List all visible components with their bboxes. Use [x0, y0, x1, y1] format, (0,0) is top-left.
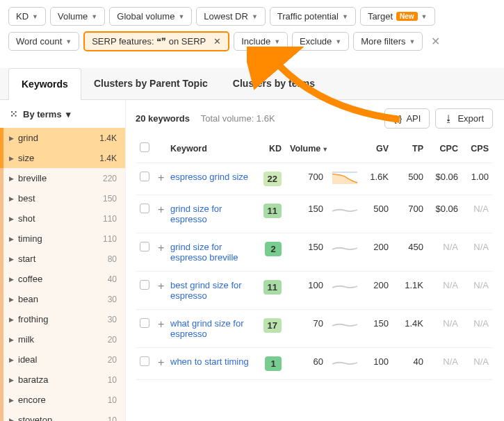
braces-icon: { } — [393, 113, 402, 124]
keyword-link[interactable]: grind size for espresso breville — [170, 242, 238, 263]
term-count: 30 — [108, 295, 117, 304]
export-label: Export — [457, 113, 484, 124]
term-baratza[interactable]: ▶baratza10 — [0, 370, 125, 390]
chevron-right-icon: ▶ — [9, 135, 14, 142]
tab-clusters-by-parent-topic[interactable]: Clusters by Parent Topic — [81, 68, 220, 99]
term-milk[interactable]: ▶milk20 — [0, 329, 125, 349]
cell-cps: N/A — [462, 310, 493, 348]
term-stovetop[interactable]: ▶stovetop10 — [0, 410, 125, 421]
expand-icon[interactable]: + — [158, 242, 164, 254]
term-encore[interactable]: ▶encore10 — [0, 390, 125, 410]
col-volume[interactable]: Volume▼ — [286, 135, 327, 163]
cell-gv: 1.6K — [358, 163, 393, 195]
term-name: timing — [18, 233, 103, 244]
term-grind[interactable]: ▶grind1.4K — [0, 128, 125, 148]
caret-down-icon: ▼ — [335, 38, 341, 45]
cell-gv: 200 — [358, 233, 393, 272]
clear-filters[interactable]: ✕ — [427, 35, 444, 48]
tab-keywords[interactable]: Keywords — [8, 68, 81, 100]
col-kd[interactable]: KD — [257, 135, 286, 163]
term-best[interactable]: ▶best150 — [0, 188, 125, 208]
term-bean[interactable]: ▶bean30 — [0, 289, 125, 309]
filter-word-count[interactable]: Word count▼ — [8, 32, 79, 51]
cell-cps: N/A — [462, 348, 493, 380]
row-checkbox[interactable] — [140, 242, 149, 251]
chevron-right-icon: ▶ — [9, 215, 14, 222]
term-timing[interactable]: ▶timing110 — [0, 229, 125, 249]
svg-rect-0 — [332, 172, 357, 173]
cell-cpc: $0.06 — [428, 163, 462, 195]
row-checkbox[interactable] — [140, 318, 149, 328]
sort-desc-icon: ▼ — [322, 146, 328, 153]
cell-cpc: N/A — [428, 272, 462, 310]
caret-down-icon: ▼ — [421, 13, 428, 20]
chevron-right-icon: ▶ — [9, 276, 14, 283]
cell-tp: 1.1K — [393, 272, 428, 310]
keyword-link[interactable]: when to start timing — [170, 356, 249, 367]
caret-down-icon: ▼ — [65, 38, 72, 45]
filter-more-filters[interactable]: More filters▼ — [353, 32, 423, 51]
term-name: ideal — [18, 354, 108, 365]
row-checkbox[interactable] — [140, 280, 149, 290]
select-all-checkbox[interactable] — [140, 142, 149, 152]
table-row: +espresso grind size227001.6K500$0.061.0… — [136, 163, 493, 195]
expand-icon[interactable]: + — [158, 356, 164, 368]
keyword-link[interactable]: best grind size for espresso — [170, 280, 242, 301]
expand-icon[interactable]: + — [158, 318, 164, 330]
by-terms-selector[interactable]: ⁙ By terms ▾ — [0, 100, 125, 128]
filter-traffic-potential[interactable]: Traffic potential▼ — [270, 7, 356, 26]
col-keyword[interactable]: Keyword — [166, 135, 257, 163]
col-cpc[interactable]: CPC — [428, 135, 462, 163]
export-button[interactable]: ⭳ Export — [435, 108, 493, 129]
caret-down-icon: ▼ — [252, 13, 258, 20]
term-frothing[interactable]: ▶frothing30 — [0, 309, 125, 329]
filter-volume[interactable]: Volume▼ — [50, 7, 105, 26]
filter-label: Lowest DR — [204, 11, 248, 22]
cell-cps: N/A — [462, 233, 493, 272]
chevron-right-icon: ▶ — [9, 155, 14, 162]
cell-spark — [327, 163, 358, 195]
term-name: size — [18, 153, 99, 163]
term-count: 10 — [108, 415, 117, 422]
row-checkbox[interactable] — [140, 172, 149, 181]
term-size[interactable]: ▶size1.4K — [0, 148, 125, 168]
col-tp[interactable]: TP — [393, 135, 428, 163]
keyword-link[interactable]: grind size for espresso — [170, 204, 222, 224]
row-checkbox[interactable] — [140, 356, 149, 366]
term-shot[interactable]: ▶shot110 — [0, 208, 125, 229]
table-row: +what grind size for espresso17701501.4K… — [136, 310, 493, 348]
filter-lowest-dr[interactable]: Lowest DR▼ — [196, 7, 266, 26]
term-breville[interactable]: ▶breville220 — [0, 168, 125, 188]
expand-icon[interactable]: + — [158, 204, 164, 215]
row-checkbox[interactable] — [140, 204, 149, 213]
filter-target[interactable]: TargetNew▼ — [360, 7, 435, 26]
caret-down-icon: ▾ — [66, 109, 71, 119]
term-start[interactable]: ▶start80 — [0, 249, 125, 269]
api-button[interactable]: { } API — [384, 108, 430, 129]
term-count: 10 — [108, 395, 117, 405]
expand-icon[interactable]: + — [158, 280, 164, 292]
col-gv[interactable]: GV — [358, 135, 393, 163]
cell-cpc: $0.06 — [428, 195, 462, 233]
filter-global-volume[interactable]: Global volume▼ — [109, 7, 192, 26]
keyword-link[interactable]: what grind size for espresso — [170, 318, 244, 339]
filter-exclude[interactable]: Exclude▼ — [292, 32, 349, 51]
cell-volume: 150 — [286, 195, 327, 233]
filter-label: Traffic potential — [277, 11, 339, 22]
close-icon[interactable]: ✕ — [213, 36, 221, 47]
filter-kd[interactable]: KD▼ — [8, 7, 46, 26]
filter-include[interactable]: Include▼ — [234, 32, 288, 51]
total-volume: Total volume: 1.6K — [201, 113, 275, 124]
chevron-right-icon: ▶ — [9, 296, 14, 303]
cell-tp: 700 — [393, 195, 428, 233]
tab-clusters-by-terms[interactable]: Clusters by terms — [220, 68, 327, 99]
term-count: 30 — [108, 315, 117, 324]
cell-tp: 450 — [393, 233, 428, 272]
term-ideal[interactable]: ▶ideal20 — [0, 349, 125, 370]
col-cps[interactable]: CPS — [462, 135, 493, 163]
keyword-link[interactable]: espresso grind size — [170, 172, 248, 182]
term-coffee[interactable]: ▶coffee40 — [0, 269, 125, 289]
chevron-right-icon: ▶ — [9, 175, 14, 182]
expand-icon[interactable]: + — [158, 172, 164, 183]
filter-serp-features[interactable]: SERP features: ❝❞ on SERP✕ — [83, 31, 229, 51]
